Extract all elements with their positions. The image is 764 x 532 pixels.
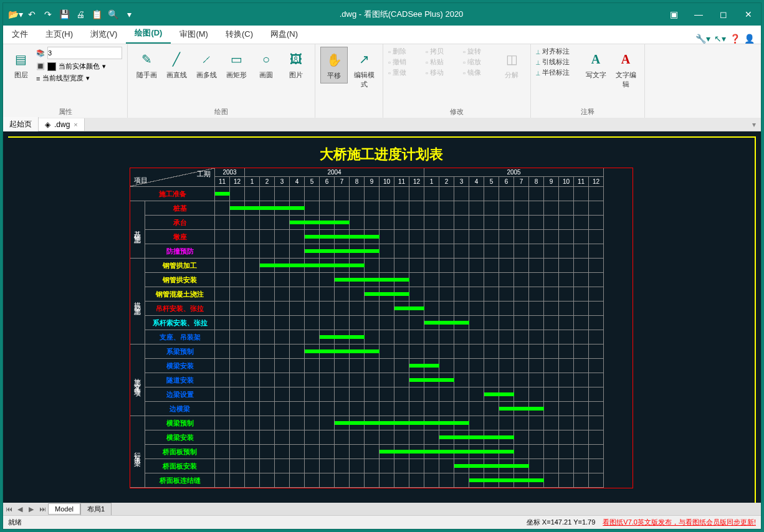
tab-last-icon[interactable]: ⏭ [37,505,48,513]
layout-tab[interactable]: 布局1 [80,503,112,516]
save-icon[interactable]: 💾 [57,7,72,22]
menu-1[interactable]: 主页(H) [37,25,82,44]
ribbon-toggle-icon[interactable]: ▣ [661,5,686,24]
layer-button[interactable]: ▤ 图层 [8,47,34,82]
quick-access-toolbar: 📂▾ ↶ ↷ 💾 🖨 📋 🔍 ▾ [3,7,141,22]
tab-prev-icon[interactable]: ◀ [14,505,26,513]
menu-6[interactable]: 网盘(N) [262,25,307,44]
canvas[interactable]: 大桥施工进度计划表 项目工期20032004200511121234567891… [3,131,761,515]
tab-first-icon[interactable]: ⏮ [3,505,14,513]
model-tabs: ⏮ ◀ ▶ ⏭ Model 布局1 [3,503,761,515]
qat-more-icon[interactable]: ▾ [122,7,136,22]
redo-icon[interactable]: ↷ [41,7,55,22]
color-dropdown[interactable]: 当前实体颜色 [59,62,100,71]
help-icon[interactable]: ❓ [730,34,740,44]
search-icon[interactable]: 🔍 [105,7,120,22]
menu-3[interactable]: 绘图(D) [126,24,171,44]
dim-item[interactable]: ⟂对齐标注 [536,47,580,56]
print-icon[interactable]: 🖨 [73,7,88,22]
titlebar: 📂▾ ↶ ↷ 💾 🖨 📋 🔍 ▾ .dwg - 看图纸(CADSee Plus)… [3,3,761,26]
menu-4[interactable]: 审图(M) [171,25,217,44]
linetype-dropdown[interactable]: 当前线型宽度 [42,74,84,83]
copy-icon[interactable]: 📋 [89,7,104,22]
tab-file[interactable]: ◈.dwg× [39,118,85,131]
draw-5[interactable]: 🖼图片 [282,47,310,82]
text-edit-button[interactable]: A文字编辑 [612,47,639,92]
dim-item[interactable]: ⟂半径标注 [536,68,580,77]
menu-5[interactable]: 转换(C) [217,25,262,44]
draw-4[interactable]: ○画圆 [252,47,280,82]
draw-1[interactable]: ╱画直线 [163,47,190,82]
chart-title: 大桥施工进度计划表 [8,138,755,168]
explode-button: ◫分解 [498,47,525,82]
tab-next-icon[interactable]: ▶ [26,505,37,513]
draw-3[interactable]: ▭画矩形 [222,47,250,82]
menu-2[interactable]: 浏览(V) [82,25,126,44]
pan-button[interactable]: ✋平移 [320,47,348,83]
cursor-icon[interactable]: ↖▾ [714,34,726,44]
document-tabs: 起始页 ◈.dwg× ▾ [3,118,761,131]
dim-item[interactable]: ⟂引线标注 [536,57,580,67]
tab-start[interactable]: 起始页 [3,117,39,131]
tab-close-icon[interactable]: × [74,121,77,128]
coordinates: 坐标 X=147.21 Y=1.79 [527,518,596,527]
window-title: .dwg - 看图纸(CADSee Plus) 2020 [141,9,661,20]
user-icon[interactable]: 👤 [744,34,755,44]
menubar: 文件主页(H)浏览(V)绘图(D)审图(M)转换(C)网盘(N) 🔧▾ ↖▾ ❓… [3,26,761,44]
status-text: 就绪 [8,518,22,527]
wrench-icon[interactable]: 🔧▾ [695,34,710,44]
maximize-icon[interactable]: ◻ [711,5,736,24]
gantt-chart: 项目工期200320042005111212345678910111212345… [130,168,633,488]
draw-0[interactable]: ✎随手画 [133,47,160,82]
menu-0[interactable]: 文件 [3,25,37,44]
model-tab[interactable]: Model [48,503,80,515]
undo-icon[interactable]: ↶ [24,7,39,22]
promo-link[interactable]: 看图纸V7.0英文版发布，与看图纸会员版同步更新! [603,518,756,527]
minimize-icon[interactable]: — [686,5,711,24]
edit-mode-button[interactable]: ↗编辑模式 [350,47,378,92]
layer-select[interactable] [47,47,122,59]
text-button[interactable]: A写文字 [582,47,609,82]
tabs-dropdown-icon[interactable]: ▾ [752,120,761,129]
draw-2[interactable]: ⟋画多线 [193,47,220,82]
statusbar: 就绪 坐标 X=147.21 Y=1.79 看图纸V7.0英文版发布，与看图纸会… [3,515,761,529]
close-icon[interactable]: ✕ [736,5,761,24]
ribbon: ▤ 图层 📚 🔳当前实体颜色▾ ≡当前线型宽度▾ 属性 ✎随手画╱画直线⟋画多线… [3,44,761,118]
open-icon[interactable]: 📂▾ [8,7,23,22]
